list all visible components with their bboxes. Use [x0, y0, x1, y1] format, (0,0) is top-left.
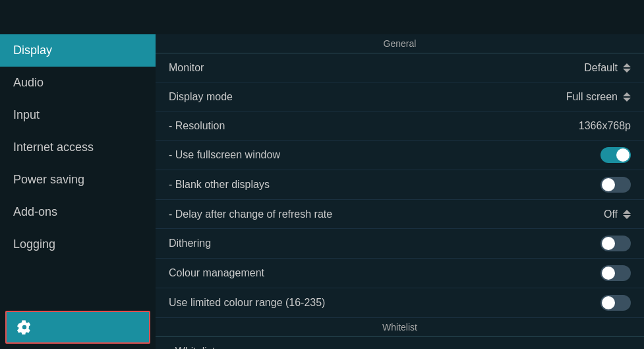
dropdown-value-delay-refresh: Off	[604, 208, 618, 220]
setting-row-delay-refresh: - Delay after change of refresh rateOff	[156, 200, 644, 229]
setting-label-display-mode: Display mode	[169, 91, 233, 103]
setting-value-monitor[interactable]: Default	[584, 62, 631, 74]
toggle-use-fullscreen[interactable]	[600, 147, 631, 163]
expert-button[interactable]	[7, 312, 149, 342]
setting-value-dithering[interactable]	[600, 236, 631, 251]
setting-row-resolution: - Resolution1366x768p	[156, 111, 644, 141]
dropdown-value-monitor: Default	[584, 62, 618, 74]
chevron-up-icon[interactable]	[623, 63, 631, 67]
header	[0, 0, 644, 34]
sidebar-item-display[interactable]: Display	[0, 34, 156, 67]
setting-row-whitelist-item: - Whitelist	[156, 337, 644, 349]
sidebar-item-logging[interactable]: Logging	[0, 228, 156, 261]
setting-label-blank-displays: - Blank other displays	[169, 179, 270, 191]
toggle-blank-displays[interactable]	[600, 177, 631, 193]
toggle-knob-use-fullscreen	[616, 148, 629, 162]
section-header-whitelist: Whitelist	[156, 318, 644, 337]
content-area: GeneralMonitorDefaultDisplay modeFull sc…	[156, 34, 644, 349]
toggle-knob-limited-colour	[602, 296, 615, 309]
chevrons-display-mode[interactable]	[623, 92, 631, 102]
setting-value-display-mode[interactable]: Full screen	[566, 91, 631, 103]
chevron-up-icon[interactable]	[623, 92, 631, 96]
setting-value-delay-refresh[interactable]: Off	[604, 208, 631, 220]
toggle-knob-blank-displays	[602, 178, 615, 191]
chevron-down-icon[interactable]	[623, 215, 631, 219]
setting-label-monitor: Monitor	[169, 62, 204, 74]
chevron-down-icon[interactable]	[623, 98, 631, 102]
setting-row-limited-colour: Use limited colour range (16-235)	[156, 288, 644, 318]
setting-row-monitor: MonitorDefault	[156, 53, 644, 82]
gear-icon	[17, 320, 32, 334]
sidebar-item-internet-access[interactable]: Internet access	[0, 131, 156, 164]
setting-label-whitelist-item: - Whitelist	[169, 346, 215, 350]
sidebar-item-add-ons[interactable]: Add-ons	[0, 196, 156, 228]
section-header-general: General	[156, 34, 644, 53]
setting-value-blank-displays[interactable]	[600, 177, 631, 193]
setting-row-use-fullscreen: - Use fullscreen window	[156, 141, 644, 170]
setting-label-limited-colour: Use limited colour range (16-235)	[169, 297, 325, 309]
setting-row-colour-management: Colour management	[156, 259, 644, 288]
chevron-down-icon[interactable]	[623, 69, 631, 73]
setting-label-colour-management: Colour management	[169, 267, 264, 279]
chevron-up-icon[interactable]	[623, 210, 631, 214]
setting-row-blank-displays: - Blank other displays	[156, 170, 644, 200]
toggle-dithering[interactable]	[600, 236, 631, 251]
expert-footer	[5, 311, 150, 344]
main-layout: DisplayAudioInputInternet accessPower sa…	[0, 34, 644, 349]
setting-label-resolution: - Resolution	[169, 120, 225, 132]
setting-value-use-fullscreen[interactable]	[600, 147, 631, 163]
setting-value-limited-colour[interactable]	[600, 295, 631, 311]
setting-label-dithering: Dithering	[169, 238, 211, 249]
chevrons-delay-refresh[interactable]	[623, 210, 631, 219]
sidebar-item-power-saving[interactable]: Power saving	[0, 164, 156, 196]
setting-label-delay-refresh: - Delay after change of refresh rate	[169, 208, 332, 220]
setting-row-display-mode: Display modeFull screen	[156, 82, 644, 111]
text-value-resolution: 1366x768p	[579, 120, 631, 132]
dropdown-value-display-mode: Full screen	[566, 91, 618, 103]
toggle-knob-colour-management	[602, 267, 615, 280]
setting-row-dithering: Dithering	[156, 229, 644, 259]
setting-label-use-fullscreen: - Use fullscreen window	[169, 149, 280, 161]
sidebar-nav: DisplayAudioInputInternet accessPower sa…	[0, 34, 156, 305]
toggle-limited-colour[interactable]	[600, 295, 631, 311]
sidebar-item-audio[interactable]: Audio	[0, 67, 156, 99]
sidebar: DisplayAudioInputInternet accessPower sa…	[0, 34, 156, 349]
chevrons-monitor[interactable]	[623, 63, 631, 73]
setting-value-resolution[interactable]: 1366x768p	[579, 120, 631, 132]
setting-value-colour-management[interactable]	[600, 265, 631, 281]
toggle-colour-management[interactable]	[600, 265, 631, 281]
sidebar-item-input[interactable]: Input	[0, 99, 156, 131]
toggle-knob-dithering	[602, 237, 615, 250]
